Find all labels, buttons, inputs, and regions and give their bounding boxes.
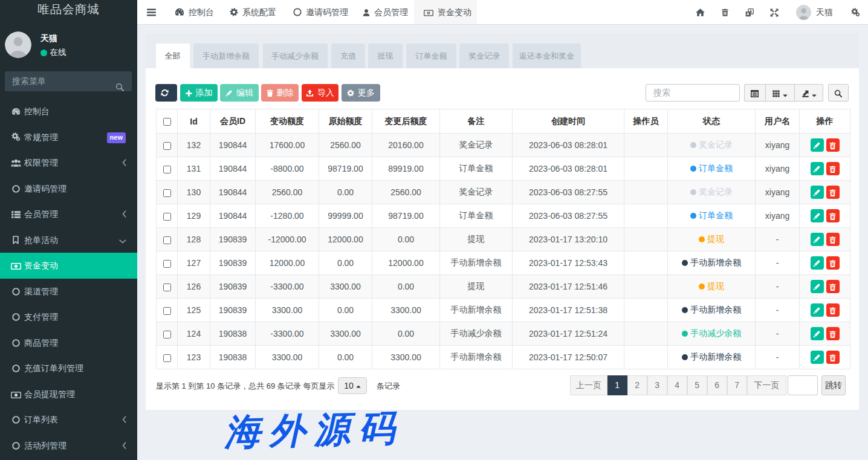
svg-text:1: 1 — [15, 264, 16, 268]
svg-text:1: 1 — [15, 393, 16, 397]
svg-text:1: 1 — [428, 11, 430, 15]
